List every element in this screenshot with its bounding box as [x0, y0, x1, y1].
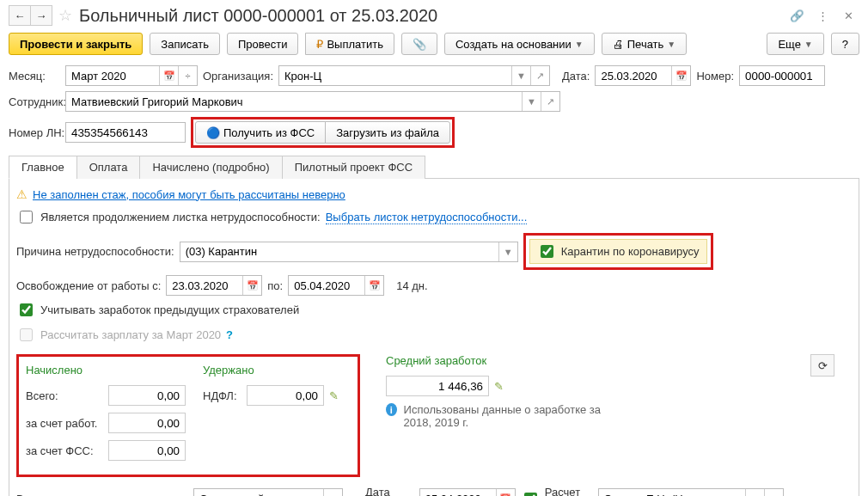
highlight-fss-buttons: 🔵 Получить из ФСС Загрузить из файла — [191, 117, 455, 148]
calendar-icon[interactable]: 📅 — [242, 276, 261, 295]
link-icon[interactable]: 🔗 — [785, 5, 808, 26]
reason-label: Причина нетрудоспособности: — [16, 245, 174, 258]
continuation-checkbox[interactable] — [20, 211, 33, 224]
save-button[interactable]: Записать — [150, 33, 220, 55]
approved-checkbox[interactable] — [524, 493, 537, 497]
number-label: Номер: — [696, 70, 734, 83]
dropdown-icon[interactable]: ▼ — [498, 242, 517, 261]
approver-input[interactable]: ▼ ↗ — [598, 488, 784, 496]
ln-label: Номер ЛН: — [9, 126, 60, 139]
org-label: Организация: — [203, 70, 273, 83]
org-input[interactable]: ▼ ↗ — [278, 65, 550, 86]
calendar-icon[interactable]: 📅 — [364, 276, 383, 295]
employer-input[interactable] — [108, 413, 186, 433]
tab-main[interactable]: Главное — [9, 156, 77, 179]
highlight-corona: Карантин по коронавирусу — [523, 233, 713, 270]
submit-button[interactable]: Провести — [227, 33, 299, 55]
date-input[interactable]: 📅 — [595, 65, 691, 86]
corona-label: Карантин по коронавирусу — [561, 245, 700, 258]
number-input[interactable] — [739, 65, 825, 86]
get-fss-button[interactable]: 🔵 Получить из ФСС — [195, 121, 326, 144]
help-button[interactable]: ? — [831, 33, 859, 55]
open-icon[interactable]: ↗ — [530, 66, 549, 85]
kebab-icon[interactable]: ⋮ — [811, 5, 834, 26]
fss-input[interactable] — [108, 440, 186, 461]
ndfl-label: НДФЛ: — [203, 389, 241, 402]
total-label: Всего: — [26, 389, 103, 402]
employee-input[interactable]: ▼ ↗ — [65, 91, 560, 112]
more-button[interactable]: Еще▼ — [767, 33, 823, 55]
calendar-icon[interactable]: 📅 — [496, 489, 515, 496]
date-to-input[interactable]: 📅 — [288, 275, 384, 296]
avg-title: Средний заработок — [386, 354, 627, 367]
employer-label: за счет работ. — [26, 417, 103, 430]
prev-insurers-checkbox[interactable] — [20, 303, 33, 316]
employee-label: Сотрудник: — [9, 95, 60, 108]
load-file-button[interactable]: Загрузить из файла — [325, 121, 450, 144]
open-icon[interactable]: ↗ — [764, 489, 783, 496]
corona-checkbox[interactable] — [541, 245, 553, 258]
prev-insurers-label: Учитывать заработок предыдущих страховат… — [40, 303, 299, 316]
approved-label: Расчетутвердил — [545, 486, 593, 496]
help-icon[interactable]: ? — [226, 328, 233, 341]
info-icon: i — [386, 403, 397, 416]
total-input[interactable] — [108, 385, 186, 406]
nav-back-button[interactable]: ← — [9, 5, 31, 26]
refresh-button[interactable]: ⟳ — [810, 354, 834, 377]
warning-icon: ⚠ — [16, 187, 28, 201]
accrued-title: Начислено — [26, 364, 186, 377]
recalc-label: Рассчитать зарплату за Март 2020 — [40, 328, 221, 341]
ln-input[interactable] — [65, 122, 186, 143]
withheld-title: Удержано — [203, 364, 339, 377]
ndfl-input[interactable] — [247, 385, 324, 406]
open-icon[interactable]: ↗ — [541, 92, 559, 111]
avg-input[interactable] — [386, 376, 489, 396]
month-input[interactable]: 📅 ÷ — [65, 65, 198, 86]
pencil-icon[interactable]: ✎ — [494, 380, 504, 393]
date-from-input[interactable]: 📅 — [166, 275, 262, 296]
submit-close-button[interactable]: Провести и закрыть — [9, 33, 143, 55]
close-icon[interactable]: ✕ — [837, 5, 859, 26]
info-text: Использованы данные о заработке за 2018,… — [404, 403, 627, 429]
tab-pilot[interactable]: Пилотный проект ФСС — [282, 156, 425, 179]
month-label: Месяц: — [9, 70, 60, 83]
absence-label: Освобождение от работы с: — [16, 279, 161, 292]
dropdown-icon[interactable]: ▼ — [323, 489, 342, 496]
calendar-icon[interactable]: 📅 — [159, 66, 178, 85]
date-label: Дата: — [562, 70, 590, 83]
stepper-icon[interactable]: ÷ — [178, 66, 197, 85]
warning-link[interactable]: Не заполнен стаж, пособия могут быть рас… — [33, 188, 345, 201]
dropdown-icon[interactable]: ▼ — [522, 92, 541, 111]
payout-date-label: Датавыплаты: — [365, 486, 414, 496]
dropdown-icon[interactable]: ▼ — [745, 489, 764, 496]
to-label: по: — [267, 279, 283, 292]
payout-date-input[interactable]: 📅 — [419, 488, 516, 496]
dropdown-icon[interactable]: ▼ — [511, 66, 530, 85]
continuation-label: Является продолжением листка нетрудоспос… — [40, 211, 321, 224]
attach-button[interactable]: 📎 — [401, 33, 437, 55]
nav-forward-button[interactable]: → — [30, 5, 52, 26]
calendar-icon[interactable]: 📅 — [671, 66, 690, 85]
select-sheet-link[interactable]: Выбрать листок нетрудоспособности... — [326, 211, 528, 224]
star-icon[interactable]: ☆ — [58, 6, 72, 25]
tab-accrued[interactable]: Начислено (подробно) — [139, 156, 282, 179]
pay-button[interactable]: ₽Выплатить — [305, 33, 394, 55]
page-title: Больничный лист 0000-000001 от 25.03.202… — [79, 6, 785, 26]
reason-input[interactable]: ▼ — [180, 242, 518, 262]
tab-payment[interactable]: Оплата — [76, 156, 141, 179]
print-button[interactable]: 🖨 Печать▼ — [602, 33, 688, 55]
payout-input[interactable]: ▼ — [193, 488, 343, 496]
fss-label: за счет ФСС: — [26, 444, 103, 457]
days-text: 14 дн. — [396, 279, 427, 292]
pencil-icon[interactable]: ✎ — [329, 389, 339, 402]
payout-label: Выплата: — [16, 493, 68, 497]
create-based-button[interactable]: Создать на основании▼ — [444, 33, 595, 55]
highlight-calc: Начислено Всего: за счет работ. за счет … — [16, 354, 360, 477]
recalc-checkbox — [20, 328, 33, 341]
